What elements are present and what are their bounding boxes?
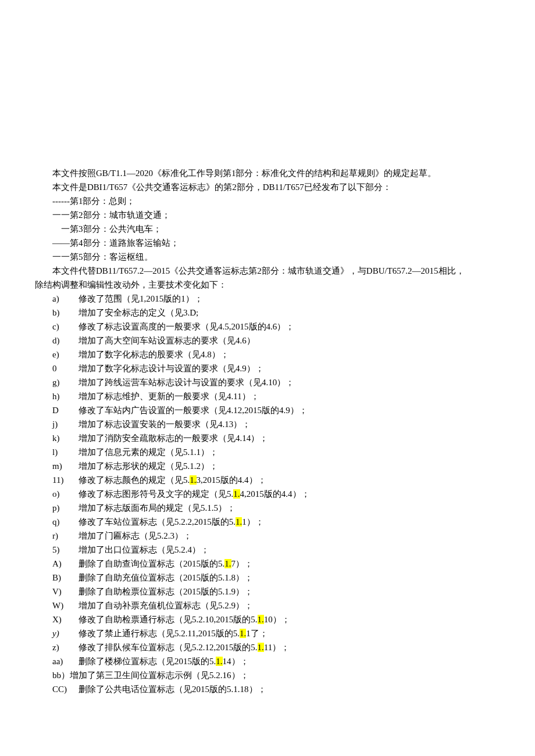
list-marker: r) — [52, 529, 79, 543]
list-content: 删除了自助查询位置标志（2015版的5.1.7）； — [79, 557, 500, 571]
list-item: A)删除了自助查询位置标志（2015版的5.1.7）； — [35, 557, 500, 571]
list-content: 增加了消防安全疏散标志的一般要求（见4.14）； — [79, 431, 500, 445]
highlight: 1. — [258, 643, 264, 652]
list-content: 删除了楼梯位置标志（见2015版的5.1.14）； — [79, 654, 500, 668]
list-item: a)修改了范围（见1,2015版的1）； — [35, 292, 500, 306]
list-item: j)增加了标志设置安装的一般要求（见4.13）； — [35, 417, 500, 431]
list-marker: p) — [52, 501, 79, 515]
list-content: 增加了跨线运营车站标志设计与设置的要求（见4.10）； — [79, 375, 500, 389]
highlight: 1. — [233, 489, 240, 499]
list-item: d)增加了高大空间车站设置标志的要求（见4.6） — [35, 334, 500, 347]
list-item: D修改了车站内广告设置的一般要求（见4.12,2015版的4.9）； — [35, 403, 500, 417]
list-marker: q) — [52, 515, 79, 529]
list-content: 增加了门匾标志（见5.2.3）； — [79, 529, 500, 543]
list-item: o)修改了标志图形符号及文字的规定（见5.1.4,2015版的4.4）； — [35, 487, 500, 501]
list-content: 增加了信息元素的规定（见5.1.1）； — [79, 445, 500, 459]
list-text-pre: 修改了自助检票通行标志（见5.2.10,2015版的5. — [79, 615, 258, 624]
list-text-post: 1）； — [242, 517, 264, 526]
list-item: g)增加了跨线运营车站标志设计与设置的要求（见4.10）； — [35, 375, 500, 389]
intro-part4: ——第4部分：道路旅客运输站； — [35, 236, 500, 250]
list-marker: 11) — [52, 473, 79, 487]
list-item: aa)删除了楼梯位置标志（见2015版的5.1.14）； — [35, 654, 500, 668]
list-marker: y) — [52, 626, 79, 640]
list-item: 5)增加了出口位置标志（见5.2.4）； — [35, 543, 500, 557]
list-item: r)增加了门匾标志（见5.2.3）； — [35, 529, 500, 543]
list-content: 增加了高大空间车站设置标志的要求（见4.6） — [79, 334, 500, 347]
list-content: 增加了数字化标志的股要求（见4.8）； — [79, 347, 500, 361]
document-page: 本文件按照GB/T1.1—2020《标准化工作导则第1部分：标准化文件的结构和起… — [0, 0, 535, 756]
list-content: 增加了出口位置标志（见5.2.4）； — [79, 543, 500, 557]
list-marker: A) — [52, 557, 79, 571]
list-text-post: 1了； — [246, 629, 268, 638]
list-item: 11)修改了标志颜色的规定（见5.1.3,2015版的4.4）； — [35, 473, 500, 487]
list-marker: D — [52, 403, 79, 417]
list-item: X)修改了自助检票通行标志（见5.2.10,2015版的5.1.10）； — [35, 612, 500, 626]
list-content: 增加了标志形状的规定（见5.1.2）； — [79, 459, 500, 473]
intro-part3: 一第3部分：公共汽电车； — [35, 222, 500, 236]
list-text-post: 3,2015版的4.4）； — [197, 475, 266, 485]
list-marker: k) — [52, 431, 79, 445]
highlight: 1. — [224, 559, 231, 568]
list-content: 修改了范围（见1,2015版的1）； — [79, 292, 500, 306]
intro-part2: 一一第2部分：城市轨道交通； — [35, 208, 500, 222]
list-item: c)修改了标志设置高度的一般要求（见4.5,2015版的4.6）； — [35, 320, 500, 334]
intro-part1: ------第1部分：总则； — [35, 194, 500, 208]
list-marker: b) — [52, 306, 79, 320]
list-marker: CC) — [52, 682, 79, 696]
list-marker: j) — [52, 417, 79, 431]
list-text-pre: 修改了标志图形符号及文字的规定（见5. — [79, 489, 233, 499]
list-marker: d) — [52, 334, 79, 347]
list-marker: 5) — [52, 543, 79, 557]
list-content: 增加了标志设置安装的一般要求（见4.13）； — [79, 417, 500, 431]
highlight: 1. — [216, 657, 222, 666]
list-content: 修改了车站内广告设置的一般要求（见4.12,2015版的4.9）； — [79, 403, 500, 417]
list-content: 删除了自助检票位置标志（2015版的5.1.9）； — [79, 585, 500, 599]
list-item: 0增加了数字化标志设计与设置的要求（见4.9）； — [35, 361, 500, 375]
list-item: k)增加了消防安全疏散标志的一般要求（见4.14）； — [35, 431, 500, 445]
list-content: 增加了标志版面布局的规定（见5.1.5）； — [79, 501, 500, 515]
list-marker: h) — [52, 389, 79, 403]
list-content: 增加了数字化标志设计与设置的要求（见4.9）； — [79, 361, 500, 375]
list-marker: W) — [52, 599, 79, 612]
list-content: 修改了标志设置高度的一般要求（见4.5,2015版的4.6）； — [79, 320, 500, 334]
list-item: l)增加了信息元素的规定（见5.1.1）； — [35, 445, 500, 459]
list-content: 修改了标志图形符号及文字的规定（见5.1.4,2015版的4.4）； — [79, 487, 500, 501]
list-content: 增加了自动补票充值机位置标志（见5.2.9）； — [79, 599, 500, 612]
list-text-post: 7）； — [231, 559, 254, 568]
list-item: y)修改了禁止通行标志（见5.2.11,2015版的5.1.1了； — [35, 626, 500, 640]
list-item: e)增加了数字化标志的股要求（见4.8）； — [35, 347, 500, 361]
list-marker: V) — [52, 585, 79, 599]
list-content: 修改了标志颜色的规定（见5.1.3,2015版的4.4）； — [79, 473, 500, 487]
list-text-post: 11）； — [264, 643, 290, 652]
list-marker: z) — [52, 640, 79, 654]
list-marker: a) — [52, 292, 79, 306]
list-content: 修改了排队候车位置标志（见5.2.12,2015版的5.1.11）； — [79, 640, 500, 654]
intro-line2: 本文件是DBI1/T657《公共交通客运标志》的第2部分，DB11/T657已经… — [35, 180, 500, 194]
list-marker: l) — [52, 445, 79, 459]
list-item: CC)删除了公共电话位置标志（见2015版的5.1.18）； — [35, 682, 500, 696]
intro-replace2: 除结构调整和编辑性改动外，主要技术变化如下： — [35, 278, 500, 292]
intro-line1: 本文件按照GB/T1.1—2020《标准化工作导则第1部分：标准化文件的结构和起… — [35, 166, 500, 180]
list-item: b)增加了安全标志的定义（见3.D; — [35, 306, 500, 320]
list-text-pre: 删除了楼梯位置标志（见2015版的5. — [79, 657, 216, 666]
list-marker: X) — [52, 612, 79, 626]
list-text-pre: 删除了自助查询位置标志（2015版的5. — [79, 559, 224, 568]
list-content: 删除了自助充值位置标志（2015版的5.1.8）； — [79, 571, 500, 585]
highlight: 1. — [190, 475, 196, 485]
list-marker: 0 — [52, 361, 79, 375]
list-item: m)增加了标志形状的规定（见5.1.2）； — [35, 459, 500, 473]
highlight: 1. — [240, 629, 246, 638]
list-item: W)增加了自动补票充值机位置标志（见5.2.9）； — [35, 599, 500, 612]
list-item: B)删除了自助充值位置标志（2015版的5.1.8）； — [35, 571, 500, 585]
list-content: 修改了自助检票通行标志（见5.2.10,2015版的5.1.10）； — [79, 612, 500, 626]
intro-part5: 一一第5部分：客运枢纽。 — [35, 250, 500, 264]
list-text-post: 10）； — [264, 615, 290, 624]
list-item: bb）增加了第三卫生间位置标志示例（见5.2.16）； — [35, 668, 500, 682]
list-text-pre: 修改了车站位置标志（见5.2.2,2015版的5. — [79, 517, 236, 526]
list-marker: c) — [52, 320, 79, 334]
list-content: 修改了禁止通行标志（见5.2.11,2015版的5.1.1了； — [79, 626, 500, 640]
list-item: V)删除了自助检票位置标志（2015版的5.1.9）； — [35, 585, 500, 599]
list-marker: o) — [52, 487, 79, 501]
list-marker: aa) — [52, 654, 79, 668]
list-content: 删除了公共电话位置标志（见2015版的5.1.18）； — [79, 682, 500, 696]
